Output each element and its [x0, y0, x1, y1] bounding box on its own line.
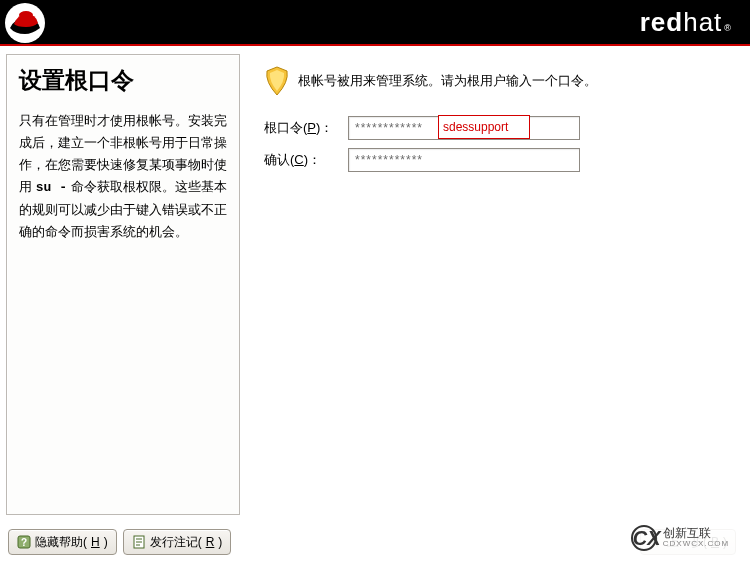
notes-icon [132, 535, 146, 549]
brand-trademark: ® [724, 23, 732, 33]
root-password-input[interactable] [348, 116, 580, 140]
header: redhat® [0, 0, 750, 44]
header-divider [0, 44, 750, 46]
content-area: 设置根口令 只有在管理时才使用根帐号。安装完成后，建立一个非根帐号用于日常操作，… [0, 48, 750, 521]
redhat-logo-icon [4, 2, 46, 44]
back-arrow-icon [649, 535, 663, 549]
page-title: 设置根口令 [19, 65, 227, 96]
svg-text:?: ? [21, 537, 27, 548]
root-password-label: 根口令(P)： [264, 119, 348, 137]
info-row: 根帐号被用来管理系统。请为根用户输入一个口令。 [264, 66, 738, 96]
confirm-password-label: 确认(C)： [264, 151, 348, 169]
brand-thin: hat [683, 7, 722, 38]
svg-point-1 [19, 11, 33, 19]
root-password-row: 根口令(P)： sdessupport [264, 116, 738, 140]
help-sidebar: 设置根口令 只有在管理时才使用根帐号。安装完成后，建立一个非根帐号用于日常操作，… [6, 54, 240, 515]
release-notes-button[interactable]: 发行注记(R) [123, 529, 232, 555]
confirm-password-input[interactable] [348, 148, 580, 172]
bottom-toolbar: ? 隐藏帮助(H) 发行注记(R) 上一步(B) [0, 523, 750, 561]
redhat-wordmark: redhat® [640, 7, 732, 38]
help-text: 只有在管理时才使用根帐号。安装完成后，建立一个非根帐号用于日常操作，在您需要快速… [19, 110, 227, 244]
brand-bold: red [640, 7, 683, 38]
confirm-password-row: 确认(C)： [264, 148, 738, 172]
help-icon: ? [17, 535, 31, 549]
info-text: 根帐号被用来管理系统。请为根用户输入一个口令。 [298, 72, 597, 90]
back-button[interactable]: 上一步(B) [640, 529, 736, 555]
shield-badge-icon [264, 66, 290, 96]
main-panel: 根帐号被用来管理系统。请为根用户输入一个口令。 根口令(P)： sdessupp… [246, 48, 750, 521]
hide-help-button[interactable]: ? 隐藏帮助(H) [8, 529, 117, 555]
